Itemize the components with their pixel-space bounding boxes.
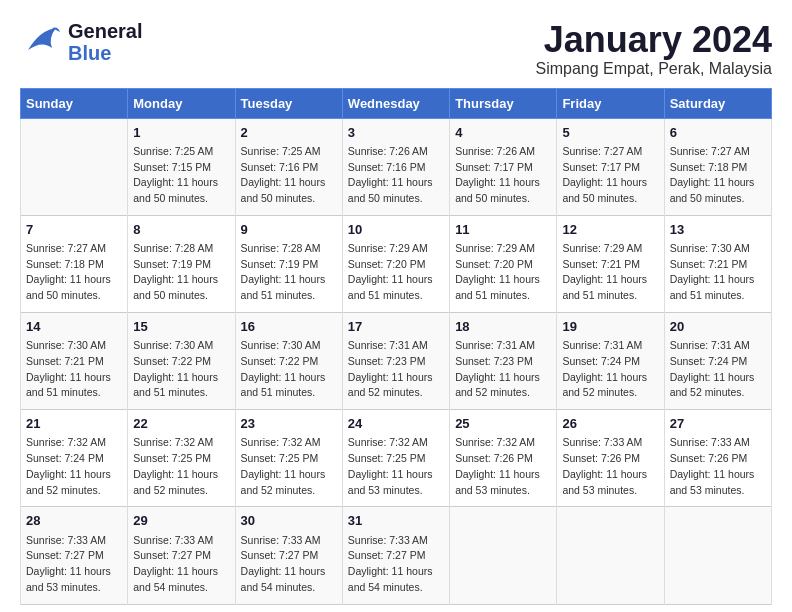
day-cell: 18 Sunrise: 7:31 AMSunset: 7:23 PMDaylig… — [450, 312, 557, 409]
day-info: Sunrise: 7:30 AMSunset: 7:22 PMDaylight:… — [133, 339, 218, 398]
day-cell: 24 Sunrise: 7:32 AMSunset: 7:25 PMDaylig… — [342, 410, 449, 507]
day-number: 21 — [26, 415, 122, 433]
day-cell: 28 Sunrise: 7:33 AMSunset: 7:27 PMDaylig… — [21, 507, 128, 604]
day-cell — [21, 118, 128, 215]
col-thursday: Thursday — [450, 88, 557, 118]
day-number: 4 — [455, 124, 551, 142]
logo: General Blue — [20, 20, 142, 64]
day-info: Sunrise: 7:31 AMSunset: 7:24 PMDaylight:… — [670, 339, 755, 398]
day-cell: 30 Sunrise: 7:33 AMSunset: 7:27 PMDaylig… — [235, 507, 342, 604]
col-wednesday: Wednesday — [342, 88, 449, 118]
day-number: 2 — [241, 124, 337, 142]
day-number: 22 — [133, 415, 229, 433]
col-sunday: Sunday — [21, 88, 128, 118]
day-info: Sunrise: 7:29 AMSunset: 7:21 PMDaylight:… — [562, 242, 647, 301]
day-info: Sunrise: 7:27 AMSunset: 7:17 PMDaylight:… — [562, 145, 647, 204]
col-monday: Monday — [128, 88, 235, 118]
day-cell — [557, 507, 664, 604]
day-cell: 5 Sunrise: 7:27 AMSunset: 7:17 PMDayligh… — [557, 118, 664, 215]
day-info: Sunrise: 7:33 AMSunset: 7:26 PMDaylight:… — [562, 436, 647, 495]
day-cell: 11 Sunrise: 7:29 AMSunset: 7:20 PMDaylig… — [450, 215, 557, 312]
day-cell: 2 Sunrise: 7:25 AMSunset: 7:16 PMDayligh… — [235, 118, 342, 215]
day-number: 10 — [348, 221, 444, 239]
day-number: 31 — [348, 512, 444, 530]
day-number: 24 — [348, 415, 444, 433]
logo-line2: Blue — [68, 42, 142, 64]
col-friday: Friday — [557, 88, 664, 118]
day-number: 16 — [241, 318, 337, 336]
day-info: Sunrise: 7:25 AMSunset: 7:16 PMDaylight:… — [241, 145, 326, 204]
header-row: Sunday Monday Tuesday Wednesday Thursday… — [21, 88, 772, 118]
col-tuesday: Tuesday — [235, 88, 342, 118]
day-number: 19 — [562, 318, 658, 336]
day-cell: 7 Sunrise: 7:27 AMSunset: 7:18 PMDayligh… — [21, 215, 128, 312]
day-info: Sunrise: 7:32 AMSunset: 7:25 PMDaylight:… — [133, 436, 218, 495]
day-info: Sunrise: 7:33 AMSunset: 7:27 PMDaylight:… — [133, 534, 218, 593]
day-cell: 16 Sunrise: 7:30 AMSunset: 7:22 PMDaylig… — [235, 312, 342, 409]
day-cell: 27 Sunrise: 7:33 AMSunset: 7:26 PMDaylig… — [664, 410, 771, 507]
day-cell: 26 Sunrise: 7:33 AMSunset: 7:26 PMDaylig… — [557, 410, 664, 507]
title-area: January 2024 Simpang Empat, Perak, Malay… — [535, 20, 772, 78]
day-info: Sunrise: 7:30 AMSunset: 7:21 PMDaylight:… — [670, 242, 755, 301]
day-info: Sunrise: 7:32 AMSunset: 7:25 PMDaylight:… — [241, 436, 326, 495]
day-info: Sunrise: 7:33 AMSunset: 7:26 PMDaylight:… — [670, 436, 755, 495]
day-number: 12 — [562, 221, 658, 239]
day-info: Sunrise: 7:33 AMSunset: 7:27 PMDaylight:… — [26, 534, 111, 593]
day-cell — [450, 507, 557, 604]
day-cell: 10 Sunrise: 7:29 AMSunset: 7:20 PMDaylig… — [342, 215, 449, 312]
day-info: Sunrise: 7:33 AMSunset: 7:27 PMDaylight:… — [348, 534, 433, 593]
day-cell: 25 Sunrise: 7:32 AMSunset: 7:26 PMDaylig… — [450, 410, 557, 507]
day-info: Sunrise: 7:26 AMSunset: 7:17 PMDaylight:… — [455, 145, 540, 204]
day-info: Sunrise: 7:29 AMSunset: 7:20 PMDaylight:… — [455, 242, 540, 301]
day-info: Sunrise: 7:27 AMSunset: 7:18 PMDaylight:… — [670, 145, 755, 204]
calendar-subtitle: Simpang Empat, Perak, Malaysia — [535, 60, 772, 78]
day-info: Sunrise: 7:30 AMSunset: 7:21 PMDaylight:… — [26, 339, 111, 398]
calendar-title: January 2024 — [535, 20, 772, 60]
day-info: Sunrise: 7:25 AMSunset: 7:15 PMDaylight:… — [133, 145, 218, 204]
day-number: 14 — [26, 318, 122, 336]
day-info: Sunrise: 7:32 AMSunset: 7:25 PMDaylight:… — [348, 436, 433, 495]
day-info: Sunrise: 7:31 AMSunset: 7:24 PMDaylight:… — [562, 339, 647, 398]
week-row-3: 21 Sunrise: 7:32 AMSunset: 7:24 PMDaylig… — [21, 410, 772, 507]
day-info: Sunrise: 7:28 AMSunset: 7:19 PMDaylight:… — [241, 242, 326, 301]
day-cell: 21 Sunrise: 7:32 AMSunset: 7:24 PMDaylig… — [21, 410, 128, 507]
week-row-0: 1 Sunrise: 7:25 AMSunset: 7:15 PMDayligh… — [21, 118, 772, 215]
day-cell: 19 Sunrise: 7:31 AMSunset: 7:24 PMDaylig… — [557, 312, 664, 409]
day-cell: 1 Sunrise: 7:25 AMSunset: 7:15 PMDayligh… — [128, 118, 235, 215]
logo-line1: General — [68, 20, 142, 42]
day-cell: 9 Sunrise: 7:28 AMSunset: 7:19 PMDayligh… — [235, 215, 342, 312]
day-cell: 17 Sunrise: 7:31 AMSunset: 7:23 PMDaylig… — [342, 312, 449, 409]
day-cell: 14 Sunrise: 7:30 AMSunset: 7:21 PMDaylig… — [21, 312, 128, 409]
day-number: 3 — [348, 124, 444, 142]
day-number: 7 — [26, 221, 122, 239]
day-info: Sunrise: 7:33 AMSunset: 7:27 PMDaylight:… — [241, 534, 326, 593]
day-cell: 15 Sunrise: 7:30 AMSunset: 7:22 PMDaylig… — [128, 312, 235, 409]
day-info: Sunrise: 7:31 AMSunset: 7:23 PMDaylight:… — [348, 339, 433, 398]
day-cell: 31 Sunrise: 7:33 AMSunset: 7:27 PMDaylig… — [342, 507, 449, 604]
day-number: 17 — [348, 318, 444, 336]
day-cell: 29 Sunrise: 7:33 AMSunset: 7:27 PMDaylig… — [128, 507, 235, 604]
day-info: Sunrise: 7:27 AMSunset: 7:18 PMDaylight:… — [26, 242, 111, 301]
day-number: 15 — [133, 318, 229, 336]
day-number: 29 — [133, 512, 229, 530]
day-number: 25 — [455, 415, 551, 433]
header: General Blue January 2024 Simpang Empat,… — [20, 20, 772, 78]
day-cell: 20 Sunrise: 7:31 AMSunset: 7:24 PMDaylig… — [664, 312, 771, 409]
day-number: 1 — [133, 124, 229, 142]
day-cell: 4 Sunrise: 7:26 AMSunset: 7:17 PMDayligh… — [450, 118, 557, 215]
day-info: Sunrise: 7:32 AMSunset: 7:26 PMDaylight:… — [455, 436, 540, 495]
day-number: 11 — [455, 221, 551, 239]
col-saturday: Saturday — [664, 88, 771, 118]
week-row-4: 28 Sunrise: 7:33 AMSunset: 7:27 PMDaylig… — [21, 507, 772, 604]
day-cell: 23 Sunrise: 7:32 AMSunset: 7:25 PMDaylig… — [235, 410, 342, 507]
day-info: Sunrise: 7:32 AMSunset: 7:24 PMDaylight:… — [26, 436, 111, 495]
day-number: 5 — [562, 124, 658, 142]
day-info: Sunrise: 7:26 AMSunset: 7:16 PMDaylight:… — [348, 145, 433, 204]
day-number: 8 — [133, 221, 229, 239]
day-cell: 3 Sunrise: 7:26 AMSunset: 7:16 PMDayligh… — [342, 118, 449, 215]
calendar-table: Sunday Monday Tuesday Wednesday Thursday… — [20, 88, 772, 605]
week-row-1: 7 Sunrise: 7:27 AMSunset: 7:18 PMDayligh… — [21, 215, 772, 312]
week-row-2: 14 Sunrise: 7:30 AMSunset: 7:21 PMDaylig… — [21, 312, 772, 409]
day-cell — [664, 507, 771, 604]
day-cell: 8 Sunrise: 7:28 AMSunset: 7:19 PMDayligh… — [128, 215, 235, 312]
